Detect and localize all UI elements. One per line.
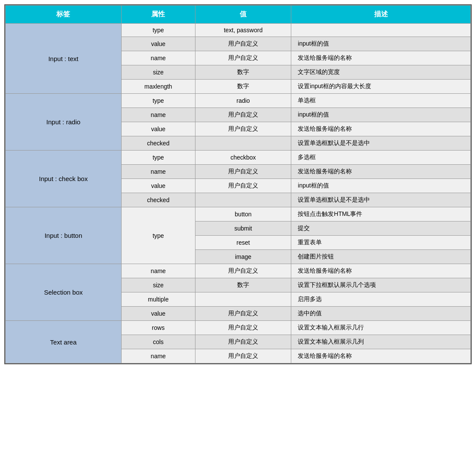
val-cell: reset <box>195 236 291 250</box>
attr-cell: value <box>121 122 195 136</box>
val-cell: image <box>195 250 291 264</box>
header-tag: 标签 <box>6 6 122 24</box>
header-val: 值 <box>195 6 291 24</box>
desc-cell: 发送给服务端的名称 <box>291 349 471 363</box>
desc-cell: input框的值 <box>291 108 471 122</box>
attr-cell: value <box>121 307 195 321</box>
desc-cell: 设置文本输入框展示几列 <box>291 335 471 349</box>
attr-cell: name <box>121 165 195 179</box>
val-cell: 用户自定义 <box>195 335 291 349</box>
val-cell <box>195 292 291 307</box>
table-row: Selection boxname用户自定义发送给服务端的名称 <box>6 264 471 278</box>
tag-cell: Input : radio <box>6 94 122 151</box>
attr-cell: name <box>121 51 195 65</box>
attr-cell: name <box>121 108 195 122</box>
attr-cell: type <box>121 94 195 108</box>
desc-cell: 设置下拉框默认展示几个选项 <box>291 278 471 292</box>
val-cell: 用户自定义 <box>195 349 291 363</box>
attr-cell: value <box>121 37 195 51</box>
attr-cell: cols <box>121 335 195 349</box>
attr-cell: rows <box>121 321 195 335</box>
desc-cell: 设置文本输入框展示几行 <box>291 321 471 335</box>
val-cell: radio <box>195 94 291 108</box>
desc-cell: 设置单选框默认是不是选中 <box>291 193 471 207</box>
desc-cell: 多选框 <box>291 151 471 165</box>
desc-cell: 文字区域的宽度 <box>291 65 471 80</box>
val-cell: 用户自定义 <box>195 165 291 179</box>
table-row: Input : radiotyperadio单选框 <box>6 94 471 108</box>
attr-cell: size <box>121 278 195 292</box>
attr-cell: name <box>121 264 195 278</box>
attr-cell: multiple <box>121 292 195 307</box>
attr-cell: size <box>121 65 195 80</box>
desc-cell: 发送给服务端的名称 <box>291 51 471 65</box>
val-cell: 数字 <box>195 65 291 80</box>
desc-cell: input框的值 <box>291 37 471 51</box>
val-cell: 用户自定义 <box>195 108 291 122</box>
attr-cell: name <box>121 349 195 363</box>
table-row: Input : check boxtypecheckbox多选框 <box>6 151 471 165</box>
val-cell: 用户自定义 <box>195 307 291 321</box>
val-cell: button <box>195 207 291 221</box>
val-cell: submit <box>195 221 291 236</box>
val-cell <box>195 193 291 207</box>
desc-cell: 单选框 <box>291 94 471 108</box>
attr-cell: checked <box>121 136 195 151</box>
table-row: Input : buttontypebutton按钮点击触发HTML事件 <box>6 207 471 221</box>
val-cell: 用户自定义 <box>195 179 291 193</box>
tag-cell: Text area <box>6 321 122 363</box>
desc-cell: 提交 <box>291 221 471 236</box>
val-cell: 用户自定义 <box>195 37 291 51</box>
header-attr: 属性 <box>121 6 195 24</box>
val-cell: text, password <box>195 24 291 37</box>
attr-cell: type <box>121 151 195 165</box>
desc-cell: 创建图片按钮 <box>291 250 471 264</box>
desc-cell: 按钮点击触发HTML事件 <box>291 207 471 221</box>
tag-cell: Input : check box <box>6 151 122 207</box>
html-attributes-table: 标签 属性 值 描述 Input : texttypetext, passwor… <box>5 5 471 363</box>
val-cell: 用户自定义 <box>195 264 291 278</box>
desc-cell: 重置表单 <box>291 236 471 250</box>
attr-cell: type <box>121 207 195 264</box>
attr-cell: type <box>121 24 195 37</box>
desc-cell: 发送给服务端的名称 <box>291 165 471 179</box>
val-cell: 数字 <box>195 278 291 292</box>
desc-cell: 设置input框的内容最大长度 <box>291 80 471 94</box>
desc-cell <box>291 24 471 37</box>
tag-cell: Selection box <box>6 264 122 321</box>
header-desc: 描述 <box>291 6 471 24</box>
table-header-row: 标签 属性 值 描述 <box>6 6 471 24</box>
table-row: Input : texttypetext, password <box>6 24 471 37</box>
val-cell: 用户自定义 <box>195 321 291 335</box>
tag-cell: Input : text <box>6 24 122 94</box>
desc-cell: 发送给服务端的名称 <box>291 122 471 136</box>
desc-cell: 设置单选框默认是不是选中 <box>291 136 471 151</box>
val-cell: 数字 <box>195 80 291 94</box>
val-cell: 用户自定义 <box>195 51 291 65</box>
val-cell <box>195 136 291 151</box>
main-table-wrapper: 标签 属性 值 描述 Input : texttypetext, passwor… <box>4 4 472 364</box>
tag-cell: Input : button <box>6 207 122 264</box>
attr-cell: maxlength <box>121 80 195 94</box>
val-cell: 用户自定义 <box>195 122 291 136</box>
attr-cell: checked <box>121 193 195 207</box>
desc-cell: 启用多选 <box>291 292 471 307</box>
desc-cell: 发送给服务端的名称 <box>291 264 471 278</box>
attr-cell: value <box>121 179 195 193</box>
val-cell: checkbox <box>195 151 291 165</box>
table-row: Text arearows用户自定义设置文本输入框展示几行 <box>6 321 471 335</box>
desc-cell: 选中的值 <box>291 307 471 321</box>
desc-cell: input框的值 <box>291 179 471 193</box>
